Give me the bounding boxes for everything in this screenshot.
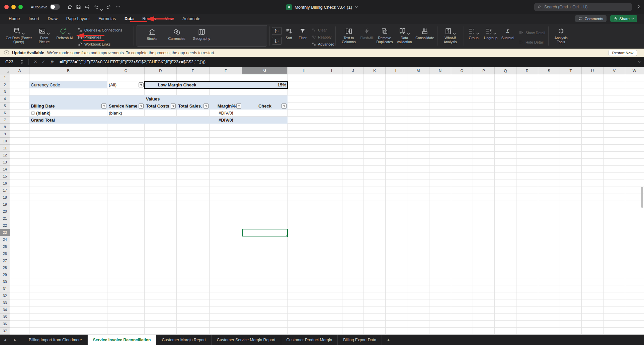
row-header-27[interactable]: 27: [0, 257, 10, 264]
row-header-13[interactable]: 13: [0, 159, 10, 166]
column-header-Q[interactable]: Q: [495, 67, 516, 74]
column-header-R[interactable]: R: [516, 67, 538, 74]
cell-B5[interactable]: Billing Date: [29, 102, 107, 110]
minimize-window-button[interactable]: [11, 5, 16, 9]
row-header-31[interactable]: 31: [0, 285, 10, 292]
cell-D2[interactable]: Low Margin Check: [145, 81, 210, 88]
column-header-J[interactable]: J: [342, 67, 364, 74]
column-header-F[interactable]: F: [210, 67, 242, 74]
insert-function-button[interactable]: fx: [48, 59, 57, 65]
row-header-24[interactable]: 24: [0, 236, 10, 243]
close-window-button[interactable]: [4, 5, 9, 9]
what-if-analysis-button[interactable]: What-if Analysis: [439, 25, 461, 44]
undo-button[interactable]: [94, 4, 99, 11]
column-header-D[interactable]: D: [145, 67, 177, 74]
row-header-16[interactable]: 16: [0, 180, 10, 187]
filter-dropdown-D5[interactable]: [171, 104, 176, 109]
restart-now-button[interactable]: Restart Now: [608, 50, 637, 56]
row-header-32[interactable]: 32: [0, 292, 10, 299]
ribbon-tab-view[interactable]: View: [160, 14, 178, 23]
filter-dropdown-C2[interactable]: [139, 82, 144, 87]
autosave-toggle[interactable]: [50, 4, 60, 10]
filter-dropdown-C5[interactable]: [139, 104, 144, 109]
group-button[interactable]: Group: [466, 25, 481, 40]
account-button[interactable]: [636, 4, 641, 11]
filter-dropdown-E5[interactable]: [204, 104, 209, 109]
row-header-19[interactable]: 19: [0, 201, 10, 208]
from-picture-button[interactable]: From Picture: [35, 25, 54, 44]
properties-button[interactable]: Properties: [78, 34, 101, 40]
column-header-T[interactable]: T: [560, 67, 582, 74]
save-button[interactable]: [76, 4, 81, 11]
ribbon-tab-insert[interactable]: Insert: [24, 14, 43, 23]
row-header-5[interactable]: 5: [0, 102, 10, 110]
text-to-columns-button[interactable]: Text to Columns: [337, 25, 360, 44]
comments-button[interactable]: Comments: [575, 15, 607, 22]
row-header-34[interactable]: 34: [0, 306, 10, 314]
cell-F7[interactable]: #DIV/0!: [210, 117, 242, 124]
row-header-12[interactable]: 12: [0, 152, 10, 159]
vertical-scrollbar[interactable]: [641, 187, 643, 208]
filter-dropdown-B5[interactable]: [101, 104, 106, 109]
consolidate-button[interactable]: Consolidate: [414, 25, 435, 40]
column-header-E[interactable]: E: [177, 67, 210, 74]
ribbon-tab-page-layout[interactable]: Page Layout: [62, 14, 94, 23]
cell-G5[interactable]: Check: [242, 102, 288, 110]
sheet-nav-left-button[interactable]: ◀: [0, 335, 10, 345]
home-button[interactable]: [67, 4, 73, 11]
queries-connections-button[interactable]: Queries & Connections: [78, 27, 122, 33]
cell-C6[interactable]: (blank): [107, 110, 145, 117]
column-header-B[interactable]: B: [29, 67, 107, 74]
row-header-7[interactable]: 7: [0, 117, 10, 124]
row-header-23[interactable]: 23: [0, 229, 10, 236]
data-validation-button[interactable]: Data Validation: [395, 25, 414, 44]
sheet-tab-customer-product-margin[interactable]: Customer Product Margin: [281, 335, 338, 345]
row-header-17[interactable]: 17: [0, 187, 10, 194]
column-header-P[interactable]: P: [473, 67, 495, 74]
expand-formula-bar-icon[interactable]: [638, 61, 641, 63]
reapply-filter-button[interactable]: Reapply: [311, 34, 331, 40]
column-header-I[interactable]: I: [321, 67, 342, 74]
cell-G2[interactable]: 15%: [242, 81, 288, 88]
sheet-nav-right-button[interactable]: ▶: [10, 335, 20, 345]
sheet-tab-customer-service-margin-report[interactable]: Customer Service Margin Report: [212, 335, 281, 345]
refresh-all-button[interactable]: Refresh All: [55, 25, 75, 40]
sheet-tab-service-invoice-reconciliation[interactable]: Service Invoice Reconciliation: [88, 335, 157, 345]
get-data-button[interactable]: Get Data (Power Query): [3, 25, 34, 44]
column-header-C[interactable]: C: [107, 67, 145, 74]
sheet-tab-billing-export-data[interactable]: Billing Export Data: [338, 335, 382, 345]
cell-F6[interactable]: #DIV/0!: [210, 110, 242, 117]
filter-dropdown-G5[interactable]: [281, 104, 287, 109]
filter-button[interactable]: Filter: [296, 25, 309, 40]
row-header-6[interactable]: 6: [0, 110, 10, 117]
formula-input[interactable]: =IF(E23="";"";IF(F23<0;"ALERT";IF(F23<$G…: [60, 60, 206, 64]
currencies-button[interactable]: Currencies: [164, 26, 189, 46]
stocks-button[interactable]: Stocks: [140, 26, 164, 46]
workbook-links-button[interactable]: Workbook Links: [78, 42, 110, 47]
row-header-22[interactable]: 22: [0, 222, 10, 229]
row-header-15[interactable]: 15: [0, 173, 10, 180]
row-header-1[interactable]: 1: [0, 74, 10, 81]
subtotal-button[interactable]: Σ Subtotal: [500, 25, 515, 40]
confirm-entry-button[interactable]: ✓: [39, 59, 48, 64]
fill-handle[interactable]: [286, 235, 289, 237]
row-header-21[interactable]: 21: [0, 215, 10, 222]
analysis-tools-button[interactable]: Analysis Tools: [551, 25, 571, 44]
row-header-30[interactable]: 30: [0, 278, 10, 285]
row-header-8[interactable]: 8: [0, 124, 10, 131]
row-header-9[interactable]: 9: [0, 131, 10, 138]
row-header-20[interactable]: 20: [0, 208, 10, 215]
column-header-N[interactable]: N: [429, 67, 451, 74]
selected-cell-G23[interactable]: [242, 229, 288, 236]
remove-duplicates-button[interactable]: Remove Duplicates: [374, 25, 395, 44]
sort-button[interactable]: Sort: [283, 25, 295, 40]
row-header-35[interactable]: 35: [0, 314, 10, 321]
flash-fill-button[interactable]: Flash-fill: [358, 25, 376, 40]
row-header-10[interactable]: 10: [0, 138, 10, 145]
ribbon-tab-draw[interactable]: Draw: [44, 14, 62, 23]
sheet-tab-customer-margin-report[interactable]: Customer Margin Report: [156, 335, 211, 345]
column-header-H[interactable]: H: [288, 67, 321, 74]
column-header-A[interactable]: A: [10, 67, 29, 74]
cell-B7[interactable]: Grand Total: [29, 117, 107, 124]
cell-D4[interactable]: Values: [145, 95, 177, 102]
